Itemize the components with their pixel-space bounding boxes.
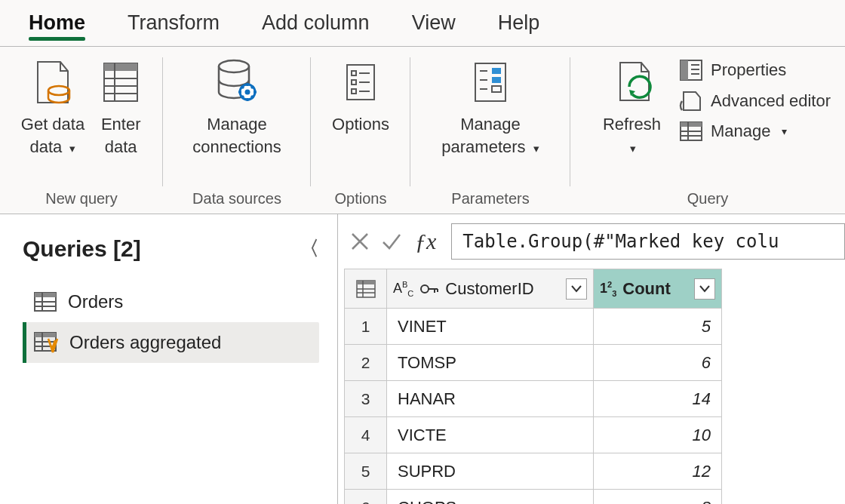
tab-transform[interactable]: Transform: [128, 11, 220, 35]
get-data-button[interactable]: Get datadata ▾: [14, 54, 92, 158]
column-header-customerid[interactable]: ABC CustomerID: [387, 269, 594, 309]
filter-button[interactable]: [694, 278, 715, 300]
cancel-formula-button[interactable]: [347, 229, 373, 254]
manage-icon: [679, 121, 703, 142]
manage-connections-button[interactable]: Manageconnections: [185, 54, 288, 158]
table-icon: [33, 291, 57, 312]
refresh-button[interactable]: Refresh▾: [589, 54, 674, 158]
formula-bar: ƒx Table.Group(#"Marked key colu: [341, 223, 845, 269]
manage-parameters-icon: [469, 54, 512, 110]
svg-rect-30: [681, 122, 702, 127]
group-label: Query: [570, 190, 845, 207]
formula-input[interactable]: Table.Group(#"Marked key colu: [451, 223, 845, 260]
options-button[interactable]: Options: [324, 54, 397, 136]
svg-rect-22: [492, 77, 501, 83]
svg-point-7: [219, 60, 249, 72]
svg-rect-13: [352, 89, 356, 94]
row-header[interactable]: 3: [345, 381, 387, 417]
table-row[interactable]: 5SUPRD12: [345, 453, 722, 490]
row-header[interactable]: 1: [345, 309, 387, 345]
advanced-editor-icon: [679, 89, 703, 113]
query-item-orders-aggregated[interactable]: Orders aggregated: [23, 322, 319, 363]
row-header[interactable]: 4: [345, 417, 387, 453]
manage-parameters-button[interactable]: Manageparameters ▾: [434, 54, 546, 158]
svg-rect-35: [35, 293, 56, 297]
content-area: Queries [2] 〈 Orders: [0, 214, 845, 504]
select-all-cell[interactable]: [345, 269, 387, 309]
filter-button[interactable]: [566, 278, 587, 300]
group-label: Parameters: [410, 190, 570, 207]
svg-rect-25: [681, 60, 688, 80]
cell-count[interactable]: 14: [594, 381, 722, 417]
table-row[interactable]: 6CHOPS8: [345, 490, 722, 505]
svg-rect-2: [104, 63, 137, 71]
table-row[interactable]: 1VINET5: [345, 309, 722, 345]
manage-button[interactable]: Manage ▾: [679, 121, 831, 142]
tab-home[interactable]: Home: [29, 11, 85, 35]
cell-customerid[interactable]: SUPRD: [387, 453, 594, 490]
cell-count[interactable]: 12: [594, 453, 722, 490]
cell-count[interactable]: 10: [594, 417, 722, 453]
ribbon-tabs: Home Transform Add column View Help: [0, 0, 845, 47]
svg-point-49: [421, 285, 429, 293]
fx-icon[interactable]: ƒx: [410, 229, 441, 254]
manage-connections-icon: [213, 54, 261, 110]
cell-count[interactable]: 6: [594, 345, 722, 381]
group-label: Options: [311, 190, 410, 207]
ribbon: Get datadata ▾ Enterdata New query: [0, 47, 845, 214]
svg-point-9: [244, 90, 250, 95]
group-query: Refresh▾ Properties: [570, 47, 845, 214]
data-grid: ABC CustomerID: [344, 269, 722, 504]
options-icon: [343, 54, 379, 110]
column-header-count[interactable]: 123 Count: [594, 269, 722, 309]
enter-data-button[interactable]: Enterdata: [92, 54, 149, 158]
tab-add-column[interactable]: Add column: [262, 11, 370, 35]
number-type-icon: 123: [600, 280, 616, 298]
row-header[interactable]: 2: [345, 345, 387, 381]
row-header[interactable]: 6: [345, 490, 387, 505]
enter-data-icon: [100, 54, 142, 110]
properties-icon: [679, 59, 703, 81]
cell-customerid[interactable]: VICTE: [387, 417, 594, 453]
cell-customerid[interactable]: CHOPS: [387, 490, 594, 505]
cell-count[interactable]: 5: [594, 309, 722, 345]
group-label: New query: [0, 190, 163, 207]
table-row[interactable]: 2TOMSP6: [345, 345, 722, 381]
collapse-pane-button[interactable]: 〈: [300, 235, 319, 262]
svg-rect-12: [352, 80, 356, 85]
table-row[interactable]: 4VICTE10: [345, 417, 722, 453]
get-data-icon: [32, 54, 74, 110]
advanced-editor-button[interactable]: Advanced editor: [679, 89, 831, 113]
group-parameters: Manageparameters ▾ Parameters: [410, 47, 570, 214]
text-type-icon: ABC: [393, 280, 413, 298]
group-options: Options Options: [311, 47, 410, 214]
key-icon: [419, 281, 439, 297]
svg-point-0: [48, 86, 69, 95]
refresh-icon: [608, 54, 655, 110]
query-item-orders[interactable]: Orders: [23, 281, 319, 322]
cell-customerid[interactable]: HANAR: [387, 381, 594, 417]
tab-view[interactable]: View: [412, 11, 456, 35]
query-list: Orders Orders aggregated: [23, 281, 319, 363]
table-aggregated-icon: [33, 331, 59, 354]
cell-customerid[interactable]: VINET: [387, 309, 594, 345]
group-new-query: Get datadata ▾ Enterdata New query: [0, 47, 163, 214]
svg-rect-45: [357, 281, 375, 284]
queries-pane: Queries [2] 〈 Orders: [0, 214, 338, 504]
svg-rect-21: [492, 68, 501, 74]
cell-count[interactable]: 8: [594, 490, 722, 505]
editor-pane: ƒx Table.Group(#"Marked key colu: [338, 214, 845, 504]
tab-help[interactable]: Help: [498, 11, 540, 35]
table-row[interactable]: 3HANAR14: [345, 381, 722, 417]
row-header[interactable]: 5: [345, 453, 387, 490]
svg-rect-11: [352, 71, 356, 75]
accept-formula-button[interactable]: [379, 229, 404, 254]
queries-title: Queries [2]: [23, 236, 141, 262]
group-label: Data sources: [163, 190, 311, 207]
properties-button[interactable]: Properties: [679, 59, 831, 81]
group-data-sources: Manageconnections Data sources: [163, 47, 311, 214]
svg-rect-23: [492, 86, 501, 92]
svg-rect-40: [35, 333, 56, 337]
cell-customerid[interactable]: TOMSP: [387, 345, 594, 381]
